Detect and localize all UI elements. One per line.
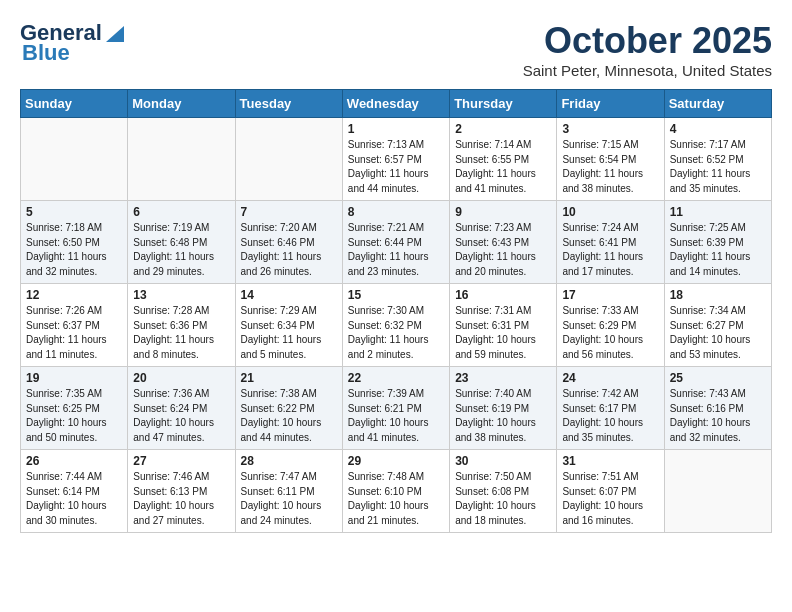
day-number: 25 (670, 371, 766, 385)
day-number: 18 (670, 288, 766, 302)
logo: General Blue (20, 20, 126, 66)
calendar-week-row: 5Sunrise: 7:18 AM Sunset: 6:50 PM Daylig… (21, 201, 772, 284)
day-info: Sunrise: 7:30 AM Sunset: 6:32 PM Dayligh… (348, 304, 444, 362)
day-number: 24 (562, 371, 658, 385)
table-row: 2Sunrise: 7:14 AM Sunset: 6:55 PM Daylig… (450, 118, 557, 201)
day-number: 6 (133, 205, 229, 219)
day-info: Sunrise: 7:26 AM Sunset: 6:37 PM Dayligh… (26, 304, 122, 362)
logo-blue: Blue (22, 40, 70, 66)
day-info: Sunrise: 7:39 AM Sunset: 6:21 PM Dayligh… (348, 387, 444, 445)
day-info: Sunrise: 7:38 AM Sunset: 6:22 PM Dayligh… (241, 387, 337, 445)
day-info: Sunrise: 7:20 AM Sunset: 6:46 PM Dayligh… (241, 221, 337, 279)
calendar-week-row: 26Sunrise: 7:44 AM Sunset: 6:14 PM Dayli… (21, 450, 772, 533)
table-row: 24Sunrise: 7:42 AM Sunset: 6:17 PM Dayli… (557, 367, 664, 450)
day-info: Sunrise: 7:18 AM Sunset: 6:50 PM Dayligh… (26, 221, 122, 279)
title-block: October 2025 Saint Peter, Minnesota, Uni… (523, 20, 772, 79)
calendar-header-row: Sunday Monday Tuesday Wednesday Thursday… (21, 90, 772, 118)
day-number: 17 (562, 288, 658, 302)
day-number: 27 (133, 454, 229, 468)
day-number: 5 (26, 205, 122, 219)
calendar-week-row: 1Sunrise: 7:13 AM Sunset: 6:57 PM Daylig… (21, 118, 772, 201)
table-row: 4Sunrise: 7:17 AM Sunset: 6:52 PM Daylig… (664, 118, 771, 201)
table-row: 27Sunrise: 7:46 AM Sunset: 6:13 PM Dayli… (128, 450, 235, 533)
table-row: 5Sunrise: 7:18 AM Sunset: 6:50 PM Daylig… (21, 201, 128, 284)
col-tuesday: Tuesday (235, 90, 342, 118)
day-number: 29 (348, 454, 444, 468)
day-number: 8 (348, 205, 444, 219)
day-info: Sunrise: 7:14 AM Sunset: 6:55 PM Dayligh… (455, 138, 551, 196)
table-row: 6Sunrise: 7:19 AM Sunset: 6:48 PM Daylig… (128, 201, 235, 284)
day-info: Sunrise: 7:42 AM Sunset: 6:17 PM Dayligh… (562, 387, 658, 445)
day-info: Sunrise: 7:19 AM Sunset: 6:48 PM Dayligh… (133, 221, 229, 279)
day-info: Sunrise: 7:29 AM Sunset: 6:34 PM Dayligh… (241, 304, 337, 362)
table-row: 30Sunrise: 7:50 AM Sunset: 6:08 PM Dayli… (450, 450, 557, 533)
day-info: Sunrise: 7:15 AM Sunset: 6:54 PM Dayligh… (562, 138, 658, 196)
day-number: 4 (670, 122, 766, 136)
col-sunday: Sunday (21, 90, 128, 118)
table-row (21, 118, 128, 201)
table-row: 12Sunrise: 7:26 AM Sunset: 6:37 PM Dayli… (21, 284, 128, 367)
day-info: Sunrise: 7:48 AM Sunset: 6:10 PM Dayligh… (348, 470, 444, 528)
day-number: 10 (562, 205, 658, 219)
col-monday: Monday (128, 90, 235, 118)
day-number: 2 (455, 122, 551, 136)
table-row: 16Sunrise: 7:31 AM Sunset: 6:31 PM Dayli… (450, 284, 557, 367)
day-number: 11 (670, 205, 766, 219)
day-number: 3 (562, 122, 658, 136)
table-row: 3Sunrise: 7:15 AM Sunset: 6:54 PM Daylig… (557, 118, 664, 201)
table-row: 1Sunrise: 7:13 AM Sunset: 6:57 PM Daylig… (342, 118, 449, 201)
day-info: Sunrise: 7:40 AM Sunset: 6:19 PM Dayligh… (455, 387, 551, 445)
day-info: Sunrise: 7:33 AM Sunset: 6:29 PM Dayligh… (562, 304, 658, 362)
table-row: 17Sunrise: 7:33 AM Sunset: 6:29 PM Dayli… (557, 284, 664, 367)
day-info: Sunrise: 7:36 AM Sunset: 6:24 PM Dayligh… (133, 387, 229, 445)
table-row: 26Sunrise: 7:44 AM Sunset: 6:14 PM Dayli… (21, 450, 128, 533)
day-number: 26 (26, 454, 122, 468)
svg-marker-0 (106, 26, 124, 42)
day-info: Sunrise: 7:47 AM Sunset: 6:11 PM Dayligh… (241, 470, 337, 528)
page-header: General Blue October 2025 Saint Peter, M… (20, 20, 772, 79)
day-info: Sunrise: 7:43 AM Sunset: 6:16 PM Dayligh… (670, 387, 766, 445)
day-number: 31 (562, 454, 658, 468)
day-info: Sunrise: 7:31 AM Sunset: 6:31 PM Dayligh… (455, 304, 551, 362)
day-info: Sunrise: 7:51 AM Sunset: 6:07 PM Dayligh… (562, 470, 658, 528)
day-info: Sunrise: 7:23 AM Sunset: 6:43 PM Dayligh… (455, 221, 551, 279)
day-info: Sunrise: 7:17 AM Sunset: 6:52 PM Dayligh… (670, 138, 766, 196)
table-row: 19Sunrise: 7:35 AM Sunset: 6:25 PM Dayli… (21, 367, 128, 450)
table-row: 18Sunrise: 7:34 AM Sunset: 6:27 PM Dayli… (664, 284, 771, 367)
table-row: 20Sunrise: 7:36 AM Sunset: 6:24 PM Dayli… (128, 367, 235, 450)
table-row: 22Sunrise: 7:39 AM Sunset: 6:21 PM Dayli… (342, 367, 449, 450)
month-title: October 2025 (523, 20, 772, 62)
day-number: 30 (455, 454, 551, 468)
day-info: Sunrise: 7:21 AM Sunset: 6:44 PM Dayligh… (348, 221, 444, 279)
table-row: 15Sunrise: 7:30 AM Sunset: 6:32 PM Dayli… (342, 284, 449, 367)
day-info: Sunrise: 7:13 AM Sunset: 6:57 PM Dayligh… (348, 138, 444, 196)
day-number: 21 (241, 371, 337, 385)
day-number: 19 (26, 371, 122, 385)
day-number: 14 (241, 288, 337, 302)
day-number: 1 (348, 122, 444, 136)
day-number: 9 (455, 205, 551, 219)
table-row: 8Sunrise: 7:21 AM Sunset: 6:44 PM Daylig… (342, 201, 449, 284)
table-row: 21Sunrise: 7:38 AM Sunset: 6:22 PM Dayli… (235, 367, 342, 450)
logo-arrow-icon (104, 22, 126, 44)
col-friday: Friday (557, 90, 664, 118)
day-info: Sunrise: 7:24 AM Sunset: 6:41 PM Dayligh… (562, 221, 658, 279)
col-wednesday: Wednesday (342, 90, 449, 118)
day-number: 22 (348, 371, 444, 385)
day-info: Sunrise: 7:34 AM Sunset: 6:27 PM Dayligh… (670, 304, 766, 362)
day-number: 7 (241, 205, 337, 219)
day-number: 15 (348, 288, 444, 302)
day-number: 16 (455, 288, 551, 302)
table-row: 29Sunrise: 7:48 AM Sunset: 6:10 PM Dayli… (342, 450, 449, 533)
table-row: 14Sunrise: 7:29 AM Sunset: 6:34 PM Dayli… (235, 284, 342, 367)
table-row: 9Sunrise: 7:23 AM Sunset: 6:43 PM Daylig… (450, 201, 557, 284)
table-row: 7Sunrise: 7:20 AM Sunset: 6:46 PM Daylig… (235, 201, 342, 284)
table-row (128, 118, 235, 201)
table-row: 13Sunrise: 7:28 AM Sunset: 6:36 PM Dayli… (128, 284, 235, 367)
day-info: Sunrise: 7:25 AM Sunset: 6:39 PM Dayligh… (670, 221, 766, 279)
table-row (235, 118, 342, 201)
day-info: Sunrise: 7:46 AM Sunset: 6:13 PM Dayligh… (133, 470, 229, 528)
table-row: 10Sunrise: 7:24 AM Sunset: 6:41 PM Dayli… (557, 201, 664, 284)
table-row (664, 450, 771, 533)
col-thursday: Thursday (450, 90, 557, 118)
